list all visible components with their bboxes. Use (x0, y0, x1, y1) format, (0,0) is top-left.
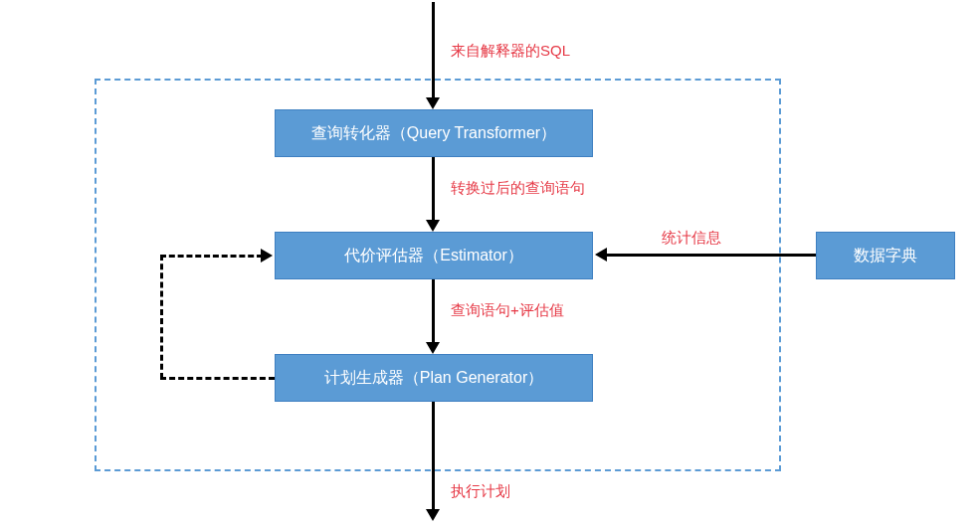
data-dictionary-box: 数据字典 (816, 232, 955, 279)
transformed-query-label: 转换过后的查询语句 (451, 179, 585, 198)
query-transformer-text: 查询转化器（Query Transformer） (311, 123, 556, 144)
arrow3-line (432, 279, 435, 344)
query-estimate-label: 查询语句+评估值 (451, 301, 564, 320)
arrow2-line (432, 157, 435, 222)
feedback-line-3 (160, 255, 263, 258)
input-arrow-head (426, 97, 440, 109)
stats-info-label: 统计信息 (662, 229, 721, 248)
input-arrow-line (432, 2, 435, 99)
data-dictionary-text: 数据字典 (854, 246, 917, 266)
plan-generator-text: 计划生成器（Plan Generator） (324, 368, 544, 389)
estimator-text: 代价评估器（Estimator） (344, 246, 523, 266)
plan-generator-box: 计划生成器（Plan Generator） (275, 354, 593, 402)
stats-arrow-line (606, 254, 816, 257)
arrow2-head (426, 220, 440, 232)
estimator-box: 代价评估器（Estimator） (275, 232, 593, 279)
query-transformer-box: 查询转化器（Query Transformer） (275, 109, 593, 157)
input-label: 来自解释器的SQL (451, 42, 570, 61)
feedback-arrow-head (261, 249, 273, 263)
stats-arrow-head (595, 248, 607, 262)
output-arrow-line (432, 402, 435, 511)
execution-plan-label: 执行计划 (451, 482, 510, 501)
output-arrow-head (426, 509, 440, 521)
feedback-line-2 (160, 255, 163, 379)
arrow3-head (426, 342, 440, 354)
feedback-line-1 (160, 377, 275, 380)
